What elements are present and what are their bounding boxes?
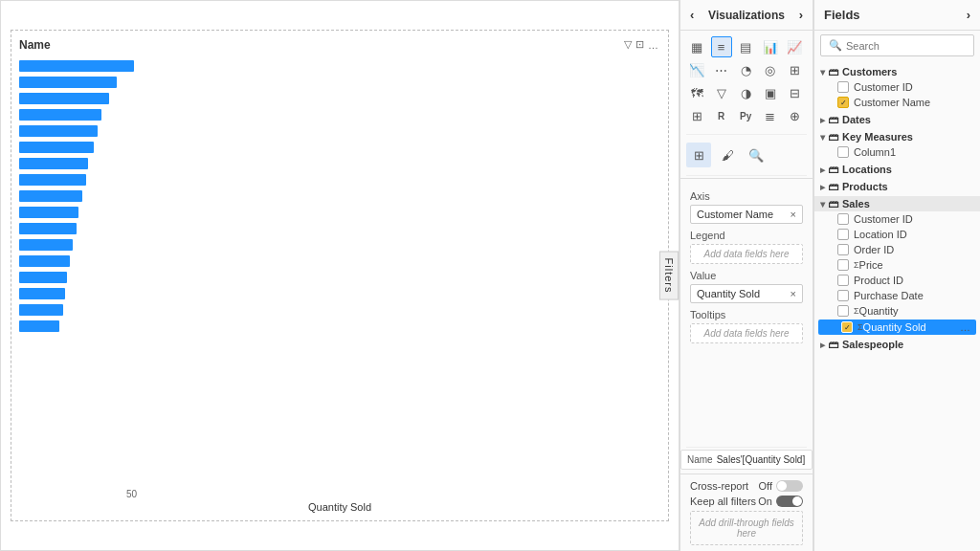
viz-icon-R[interactable]: R [711,105,732,126]
viz-icon-gauge[interactable]: ◑ [735,82,756,103]
bar-row [19,303,660,317]
focus-icon[interactable]: ⊡ [635,38,644,51]
more-options-icon[interactable]: … [960,321,970,333]
table-icon: 🗃 [828,198,838,209]
tree-group-sales: ▾🗃SalesCustomer IDLocation IDOrder IDΣPr… [814,196,980,335]
tree-group-header-key-measures[interactable]: ▾🗃Key Measures [814,129,980,144]
tree-item-location-id[interactable]: Location ID [814,227,980,242]
chevron-icon: ▸ [820,165,825,175]
viz-icon-scatter[interactable]: ⋯ [711,59,732,80]
tree-item-column1[interactable]: Column1 [814,144,980,160]
bar-row [19,222,660,235]
chart-filter-icons: ▽ ⊡ … [624,38,658,51]
checkbox[interactable] [841,321,853,333]
chart-area: Name ▽ ⊡ … 50 Quantity Sold Filters [0,0,679,551]
search-input[interactable] [846,40,966,52]
search-box[interactable]: 🔍 [820,34,974,56]
tree-item-quantity[interactable]: ΣQuantity [814,303,980,319]
tree-group-header-customers[interactable]: ▾🗃Customers [814,64,980,79]
viz-icon-area[interactable]: 📉 [686,59,707,80]
tree-item-customer-id[interactable]: Customer ID [814,211,980,227]
viz-panel-arrow-right[interactable]: › [799,8,803,22]
tree-group-header-locations[interactable]: ▸🗃Locations [814,162,980,177]
legend-placeholder[interactable]: Add data fields here [690,244,803,264]
tree-item-label: Quantity Sold [863,321,926,333]
tree-item-label: Customer ID [854,81,913,93]
chevron-icon: ▾ [820,199,825,209]
tree-item-customer-id[interactable]: Customer ID [814,79,980,95]
more-icon[interactable]: … [648,39,658,51]
viz-icon-card[interactable]: ▣ [760,82,781,103]
checkbox[interactable] [837,259,849,271]
viz-icon-hbar[interactable]: ≡ [711,36,732,57]
viz-icon-donut[interactable]: ◎ [760,59,781,80]
viz-icon-line[interactable]: 📈 [784,36,805,57]
bar-chart [19,59,660,333]
checkbox[interactable] [837,229,849,240]
tree-item-label: Customer Name [854,97,930,108]
viz-icon-Py[interactable]: Py [735,105,756,126]
tree-group-header-salespeople[interactable]: ▸🗃Salespeople [814,337,980,352]
name-row: Name Sales'[Quantity Sold] [680,450,813,470]
viz-paint-icon[interactable]: 🖌 [715,143,740,167]
filters-tab[interactable]: Filters [659,252,679,300]
viz-icon-funnel[interactable]: ▽ [711,82,732,103]
tree-group-header-products[interactable]: ▸🗃Products [814,179,980,194]
bar-row [19,157,660,170]
fields-panel-title: Fields [824,8,860,22]
viz-analytics-icon[interactable]: 🔍 [744,143,768,167]
cross-report-toggle[interactable] [776,480,803,492]
table-icon: 🗃 [828,131,838,143]
checkbox[interactable] [837,213,849,225]
table-icon: 🗃 [828,339,838,350]
tree-item-price[interactable]: ΣPrice [814,257,980,273]
tree-item-quantity-sold[interactable]: ΣQuantity Sold… [818,320,976,335]
viz-icon-table[interactable]: ⊟ [784,82,805,103]
keep-filters-toggle[interactable] [776,496,803,507]
checkbox[interactable] [837,81,849,93]
value-value: Quantity Sold [697,288,760,299]
table-icon: 🗃 [828,181,838,192]
axis-clear[interactable]: × [791,209,796,220]
bar-row [19,271,660,284]
value-clear[interactable]: × [791,288,796,299]
checkbox[interactable] [837,97,849,108]
tree-item-label: Customer ID [854,213,913,225]
checkbox[interactable] [837,244,849,255]
checkbox[interactable] [837,146,849,158]
viz-icon-map[interactable]: 🗺 [686,82,707,103]
tree-item-label: Quantity [859,305,899,317]
tooltips-placeholder[interactable]: Add data fields here [690,323,803,343]
filters-section: Cross-report Off Keep all filters On Add… [680,474,813,551]
viz-icon-pie[interactable]: ◔ [735,59,756,80]
fields-panel: Fields › 🔍 ▾🗃CustomersCustomer IDCustome… [813,0,980,551]
cross-report-toggle-container: Off [759,480,803,492]
viz-icon-slicer[interactable]: ≣ [760,105,781,126]
tree-group-label: Key Measures [842,131,913,143]
viz-panel-arrow-left[interactable]: ‹ [690,8,694,22]
legend-label: Legend [690,230,803,241]
viz-format-icon[interactable]: ⊞ [686,143,711,167]
drill-placeholder[interactable]: Add drill-through fields here [690,511,803,545]
bar-row [19,238,660,252]
viz-icon-matrix[interactable]: ⊞ [686,105,707,126]
tree-item-product-id[interactable]: Product ID [814,273,980,288]
fields-panel-arrow[interactable]: › [967,8,970,22]
checkbox[interactable] [837,275,849,286]
viz-icon-bar[interactable]: ▦ [686,36,707,57]
filter-icon[interactable]: ▽ [624,38,632,51]
viz-icon-stacked[interactable]: ▤ [735,36,756,57]
tree-item-customer-name[interactable]: Customer Name [814,95,980,110]
viz-icon-treemap[interactable]: ⊞ [784,59,805,80]
tree-group-header-dates[interactable]: ▸🗃Dates [814,112,980,127]
bar-row [19,141,660,154]
keep-filters-label: Keep all filters [690,496,756,507]
tree-item-order-id[interactable]: Order ID [814,242,980,257]
viz-icon-bar2[interactable]: 📊 [760,36,781,57]
tree-item-purchase-date[interactable]: Purchase Date [814,288,980,303]
tree-group-header-sales[interactable]: ▾🗃Sales [814,196,980,211]
checkbox[interactable] [837,290,849,301]
checkbox[interactable] [837,305,849,317]
viz-icon-more[interactable]: ⊕ [784,105,805,126]
tree-group-label: Customers [842,66,897,77]
